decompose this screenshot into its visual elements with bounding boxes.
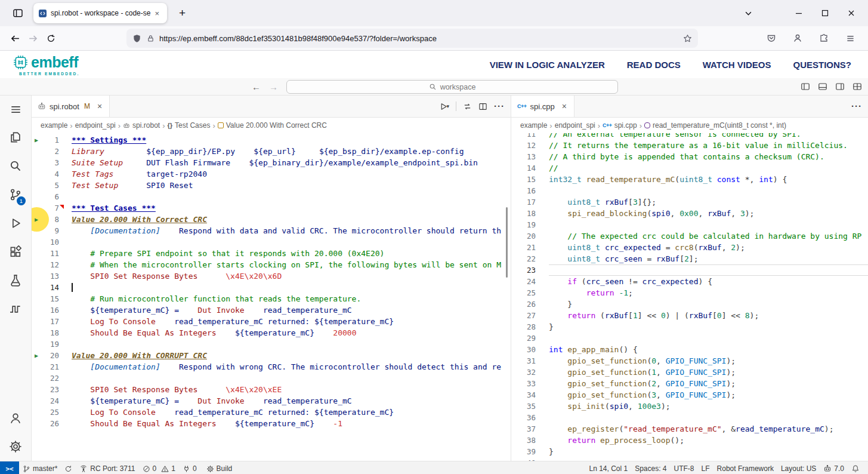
code-line-14[interactable]: 14//	[511, 162, 868, 174]
explorer-icon[interactable]	[0, 123, 31, 152]
menu-icon[interactable]	[842, 29, 858, 47]
url-input[interactable]: https://ep.embeff.com/88dc1ef35301481b98…	[159, 34, 683, 43]
code-line-20[interactable]: 20 // The expected crc could be calculat…	[511, 230, 868, 242]
code-text[interactable]: uint8_t rxBuf[3]{};	[549, 196, 868, 208]
remote-indicator[interactable]: ><	[0, 461, 19, 474]
code-text[interactable]: Suite Setup DUT Flash Firmware ${ep_bina…	[72, 157, 511, 168]
code-text[interactable]: Value 20.000 With CORRUPT CRC	[72, 350, 511, 361]
code-line-24[interactable]: 24 if (crc_seen != crc_expected) {	[511, 276, 868, 287]
code-text[interactable]: # When the microcontroller starts clocki…	[72, 259, 511, 270]
code-line-1[interactable]: ▶1*** Settings ***	[32, 134, 511, 146]
editor-spi-robot[interactable]: ▶1*** Settings ***2Library ${ep_app_dir}…	[32, 133, 511, 461]
encoding-status[interactable]: UTF-8	[671, 461, 698, 474]
code-line-8[interactable]: ▶8Value 20.000 With Correct CRC	[32, 214, 511, 225]
code-line-34[interactable]: 34 gpio_set_function(3, GPIO_FUNC_SPI);	[511, 389, 868, 401]
breadcrumb-item[interactable]: Value 20.000 With Correct CRC	[218, 121, 327, 130]
code-line-36[interactable]: 36	[511, 412, 868, 423]
code-line-2[interactable]: 2Library ${ep_app_dir}/EP.py ${ep_url} $…	[32, 146, 511, 157]
code-line-40[interactable]: 40	[511, 457, 868, 461]
code-line-39[interactable]: 39}	[511, 446, 868, 457]
header-link-3[interactable]: QUESTIONS?	[793, 60, 851, 70]
code-line-35[interactable]: 35 spi_init(spi0, 100e3);	[511, 401, 868, 412]
code-line-28[interactable]: 28}	[511, 321, 868, 333]
header-link-1[interactable]: READ DOCS	[627, 60, 681, 70]
run-and-debug-icon[interactable]	[0, 209, 31, 238]
code-line-18[interactable]: 18 spi_read_blocking(spi0, 0x00, rxBuf, …	[511, 208, 868, 219]
code-line-37[interactable]: 37 ep_register("read_temperature_mC", &r…	[511, 423, 868, 435]
toggle-panel-icon[interactable]	[818, 82, 827, 91]
code-text[interactable]: if (crc_seen != crc_expected) {	[549, 276, 868, 287]
close-button[interactable]	[838, 3, 864, 23]
indentation-status[interactable]: Spaces: 4	[631, 461, 670, 474]
editor-tab-spi-robot[interactable]: spi.robot M ×	[32, 96, 110, 117]
scrollbar-thumb[interactable]	[506, 207, 508, 278]
breadcrumb-item[interactable]: {}Test Cases	[167, 121, 210, 130]
code-text[interactable]: Library ${ep_app_dir}/EP.py ${ep_url} ${…	[72, 146, 511, 157]
tab-close-icon[interactable]: ×	[561, 101, 568, 111]
breadcrumb-item[interactable]: example	[41, 121, 67, 130]
tab-close-icon[interactable]: ×	[152, 8, 162, 19]
toggle-sidebar-icon[interactable]	[801, 82, 810, 91]
code-text[interactable]	[549, 412, 868, 423]
code-text[interactable]: int ep_app_main() {	[549, 344, 868, 355]
testing-beaker-icon[interactable]	[0, 266, 31, 295]
minimize-button[interactable]	[786, 3, 812, 23]
problems-status[interactable]: 0 1	[139, 461, 179, 474]
eol-status[interactable]: LF	[698, 461, 713, 474]
code-text[interactable]: Test Tags target-rp2040	[72, 168, 511, 180]
run-robot-file-button[interactable]: ▾	[439, 102, 449, 111]
code-text[interactable]: gpio_set_function(2, GPIO_FUNC_SPI);	[549, 378, 868, 389]
breadcrumb-item[interactable]: C++spi.cpp	[603, 121, 637, 130]
code-line-19[interactable]: 19	[32, 338, 511, 350]
code-line-21[interactable]: 21 [Documentation] Respond with wrong CR…	[32, 361, 511, 373]
code-text[interactable]: uint8_t crc_seen = rxBuf[2];	[549, 253, 868, 264]
code-text[interactable]	[72, 373, 511, 384]
robot-framework-version-status[interactable]: 7.0	[820, 461, 848, 474]
code-line-5[interactable]: 5Test Setup SPI0 Reset	[32, 180, 511, 191]
code-line-6[interactable]: 6	[32, 191, 511, 202]
code-text[interactable]: *** Settings ***	[72, 134, 511, 146]
header-link-0[interactable]: VIEW IN LOGIC ANALYZER	[490, 60, 605, 70]
code-text[interactable]: *** Test Cases ***	[72, 202, 511, 214]
code-line-13[interactable]: 13 SPI0 Set Response Bytes \x4E\x20\x6D	[32, 270, 511, 282]
code-text[interactable]: uint8_t crc_expected = crc8(rxBuf, 2);	[549, 242, 868, 253]
code-text[interactable]: spi_read_blocking(spi0, 0x00, rxBuf, 3);	[549, 208, 868, 219]
code-text[interactable]: SPI0 Set Response Bytes \x4E\x20\x6D	[72, 270, 511, 282]
code-line-13[interactable]: 13// A third byte is appended that conta…	[511, 151, 868, 162]
code-text[interactable]: }	[549, 321, 868, 333]
code-text[interactable]: ${temperature_mC} = Dut Invoke read_temp…	[72, 395, 511, 407]
code-text[interactable]: int32_t read_temperature_mC(uint8_t cons…	[549, 174, 868, 185]
header-link-2[interactable]: WATCH VIDEOS	[703, 60, 771, 70]
history-back-icon[interactable]: ←	[252, 82, 261, 92]
search-icon[interactable]	[0, 152, 31, 180]
lock-icon[interactable]	[147, 35, 155, 42]
browser-tab[interactable]: spi.robot - workspace - code-se ×	[33, 3, 167, 23]
code-text[interactable]: Value 20.000 With Correct CRC	[72, 214, 511, 225]
code-line-30[interactable]: 30int ep_app_main() {	[511, 344, 868, 355]
code-line-38[interactable]: 38 return ep_process_loop();	[511, 435, 868, 446]
code-text[interactable]: # Run microcontroller function that read…	[72, 293, 511, 304]
code-line-27[interactable]: 27 return (rxBuf[1] << 0) | (rxBuf[0] <<…	[511, 310, 868, 321]
code-line-20[interactable]: ▶20Value 20.000 With CORRUPT CRC	[32, 350, 511, 361]
code-line-23[interactable]: 23	[511, 264, 868, 276]
customize-layout-icon[interactable]	[852, 82, 862, 91]
run-test-icon[interactable]: ▶	[35, 136, 38, 144]
rc-port-status[interactable]: RC Port: 3711	[76, 461, 138, 474]
breadcrumb-item[interactable]: example	[520, 121, 547, 130]
code-line-21[interactable]: 21 uint8_t crc_expected = crc8(rxBuf, 2)…	[511, 242, 868, 253]
code-line-23[interactable]: 23 SPI0 Set Response Bytes \x4E\x20\xEE	[32, 384, 511, 395]
extensions-puzzle-icon[interactable]	[816, 29, 832, 47]
ports-status[interactable]: 0	[179, 461, 200, 474]
notifications-bell[interactable]	[848, 461, 863, 474]
code-line-22[interactable]: 22	[32, 373, 511, 384]
git-branch-status[interactable]: master*	[19, 461, 61, 474]
account-icon[interactable]	[0, 405, 31, 432]
code-line-11[interactable]: 11 # Prepare SPI endpoint so that it res…	[32, 248, 511, 259]
code-text[interactable]	[549, 264, 868, 276]
code-text[interactable]	[72, 236, 511, 248]
code-text[interactable]: # Prepare SPI endpoint so that it respon…	[72, 248, 511, 259]
code-text[interactable]: ep_register("read_temperature_mC", &read…	[549, 423, 868, 435]
cursor-position-status[interactable]: Ln 14, Col 1	[585, 461, 631, 474]
code-text[interactable]: gpio_set_function(0, GPIO_FUNC_SPI);	[549, 355, 868, 367]
sync-status[interactable]	[61, 461, 76, 474]
